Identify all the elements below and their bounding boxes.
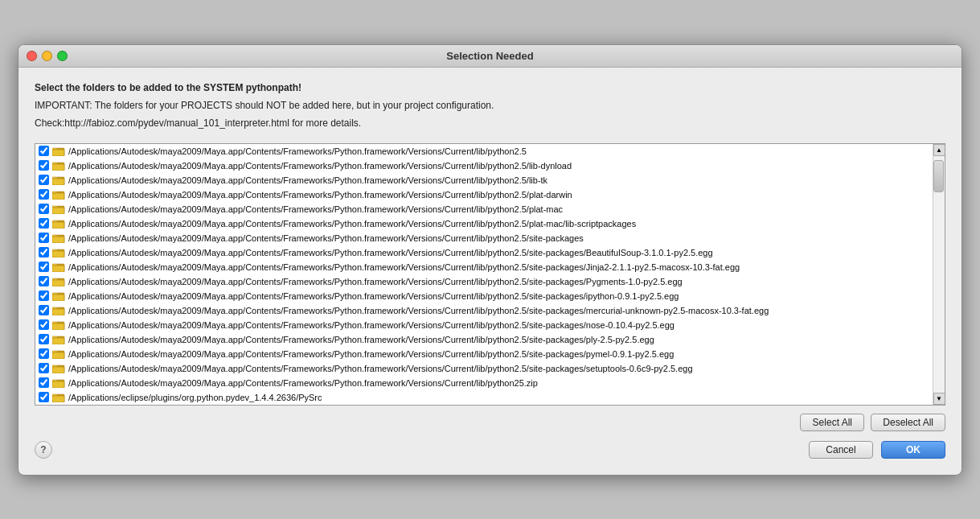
desc-line-1: Select the folders to be added to the SY… (35, 80, 945, 95)
svg-rect-46 (52, 365, 57, 367)
path-checkbox[interactable] (39, 218, 49, 229)
path-list-container: /Applications/Autodesk/maya2009/Maya.app… (35, 143, 945, 406)
svg-rect-13 (52, 206, 57, 208)
svg-rect-41 (52, 338, 64, 344)
list-item[interactable]: /Applications/Autodesk/maya2009/Maya.app… (35, 159, 933, 173)
folder-icon (52, 204, 65, 215)
svg-rect-4 (52, 163, 57, 164)
path-label: /Applications/eclipse/plugins/org.python… (68, 393, 322, 402)
path-checkbox[interactable] (39, 334, 49, 344)
list-item[interactable]: /Applications/Autodesk/maya2009/Maya.app… (35, 216, 933, 231)
dialog-window: Selection Needed Select the folders to b… (18, 44, 962, 476)
path-checkbox[interactable] (39, 392, 49, 402)
list-item[interactable]: /Applications/Autodesk/maya2009/Maya.app… (35, 318, 933, 332)
path-label: /Applications/Autodesk/maya2009/Maya.app… (68, 204, 563, 214)
path-label: /Applications/Autodesk/maya2009/Maya.app… (68, 378, 538, 388)
svg-rect-8 (52, 179, 64, 185)
path-checkbox[interactable] (39, 377, 49, 388)
close-button[interactable] (27, 51, 37, 61)
svg-rect-29 (52, 280, 64, 286)
path-checkbox[interactable] (39, 290, 49, 301)
path-checkbox[interactable] (39, 276, 49, 286)
svg-rect-11 (52, 193, 64, 200)
path-list-scroll[interactable]: /Applications/Autodesk/maya2009/Maya.app… (35, 144, 933, 405)
path-label: /Applications/Autodesk/maya2009/Maya.app… (68, 335, 654, 344)
svg-rect-5 (52, 164, 64, 171)
path-label: /Applications/Autodesk/maya2009/Maya.app… (68, 320, 675, 330)
maximize-button[interactable] (57, 51, 68, 61)
path-checkbox[interactable] (39, 305, 49, 315)
path-checkbox[interactable] (39, 160, 49, 171)
list-item[interactable]: /Applications/Autodesk/maya2009/Maya.app… (35, 274, 933, 289)
action-buttons: Cancel OK (809, 441, 945, 459)
path-label: /Applications/Autodesk/maya2009/Maya.app… (68, 190, 572, 200)
folder-icon (52, 160, 65, 171)
svg-rect-31 (52, 293, 57, 295)
scroll-down-arrow[interactable]: ▼ (933, 393, 945, 405)
list-item[interactable]: /Applications/Autodesk/maya2009/Maya.app… (35, 376, 933, 390)
svg-rect-47 (52, 367, 64, 373)
svg-rect-17 (52, 222, 64, 229)
scrollbar-thumb[interactable] (933, 160, 944, 192)
path-label: /Applications/Autodesk/maya2009/Maya.app… (68, 364, 693, 373)
path-label: /Applications/Autodesk/maya2009/Maya.app… (68, 248, 713, 257)
list-item[interactable]: /Applications/Autodesk/maya2009/Maya.app… (35, 245, 933, 260)
path-checkbox[interactable] (39, 319, 49, 330)
dialog-content: Select the folders to be added to the SY… (18, 68, 962, 475)
folder-icon (52, 247, 65, 258)
path-checkbox[interactable] (39, 175, 49, 185)
path-checkbox[interactable] (39, 204, 49, 214)
path-label: /Applications/Autodesk/maya2009/Maya.app… (68, 233, 584, 243)
scrollbar[interactable]: ▲ ▼ (933, 144, 945, 405)
list-item[interactable]: /Applications/Autodesk/maya2009/Maya.app… (35, 332, 933, 347)
svg-rect-34 (52, 307, 57, 309)
path-checkbox[interactable] (39, 262, 49, 272)
path-checkbox[interactable] (39, 348, 49, 359)
ok-button[interactable]: OK (881, 441, 945, 459)
svg-rect-40 (52, 336, 57, 338)
path-checkbox[interactable] (39, 363, 49, 373)
path-checkbox[interactable] (39, 247, 49, 257)
list-item[interactable]: /Applications/eclipse/plugins/org.python… (35, 390, 933, 405)
list-item[interactable]: /Applications/Autodesk/maya2009/Maya.app… (35, 144, 933, 159)
path-checkbox[interactable] (39, 189, 49, 200)
list-item[interactable]: /Applications/Autodesk/maya2009/Maya.app… (35, 260, 933, 274)
folder-icon (52, 334, 65, 345)
list-item[interactable]: /Applications/Autodesk/maya2009/Maya.app… (35, 231, 933, 245)
scrollbar-thumb-area (933, 156, 945, 393)
list-item[interactable]: /Applications/Autodesk/maya2009/Maya.app… (35, 361, 933, 376)
cancel-button[interactable]: Cancel (809, 441, 873, 459)
desc-line-2: IMPORTANT: The folders for your PROJECTS… (35, 98, 945, 113)
list-item[interactable]: /Applications/Autodesk/maya2009/Maya.app… (35, 173, 933, 187)
svg-rect-44 (52, 352, 64, 359)
svg-rect-22 (52, 249, 57, 251)
list-item[interactable]: /Applications/Autodesk/maya2009/Maya.app… (35, 347, 933, 361)
folder-icon (52, 290, 65, 302)
list-item[interactable]: /Applications/Autodesk/maya2009/Maya.app… (35, 303, 933, 318)
folder-icon (52, 233, 65, 244)
path-checkbox[interactable] (39, 233, 49, 243)
list-item[interactable]: /Applications/Autodesk/maya2009/Maya.app… (35, 187, 933, 202)
minimize-button[interactable] (42, 51, 52, 61)
svg-rect-49 (52, 380, 57, 381)
folder-icon (52, 218, 65, 229)
svg-rect-37 (52, 322, 57, 323)
select-all-button[interactable]: Select All (800, 414, 864, 431)
list-item[interactable]: /Applications/Autodesk/maya2009/Maya.app… (35, 289, 933, 303)
folder-icon (52, 262, 65, 273)
svg-rect-52 (52, 394, 57, 396)
svg-rect-38 (52, 323, 64, 330)
deselect-all-button[interactable]: Deselect All (871, 414, 945, 431)
folder-icon (52, 305, 65, 316)
list-item[interactable]: /Applications/Autodesk/maya2009/Maya.app… (35, 202, 933, 216)
help-button[interactable]: ? (35, 441, 52, 459)
scroll-up-arrow[interactable]: ▲ (933, 144, 945, 156)
path-checkbox[interactable] (39, 146, 49, 156)
title-bar: Selection Needed (18, 45, 962, 68)
svg-rect-23 (52, 251, 64, 257)
svg-rect-43 (52, 351, 57, 352)
select-buttons-row: Select All Deselect All (35, 406, 945, 436)
folder-icon (52, 392, 65, 403)
svg-rect-28 (52, 278, 57, 280)
svg-rect-50 (52, 381, 64, 388)
